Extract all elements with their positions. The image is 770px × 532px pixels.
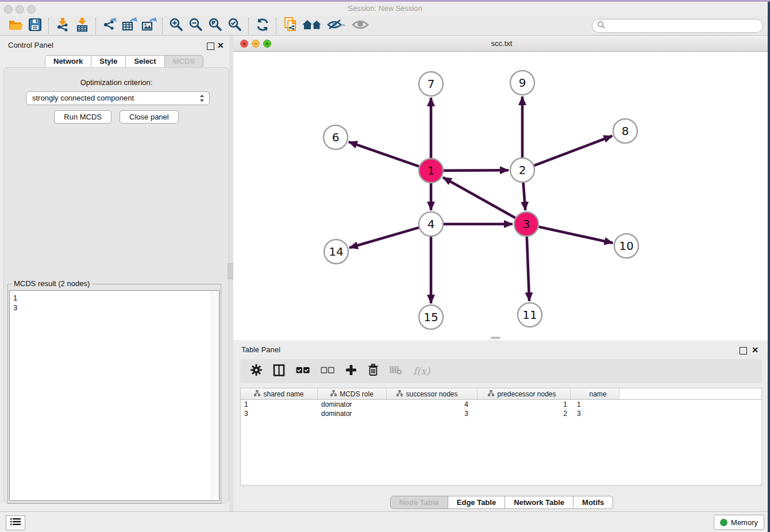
table-cell[interactable]: dominator bbox=[318, 409, 387, 418]
graph-node-9[interactable]: 9 bbox=[510, 71, 534, 95]
close-panel-button[interactable]: Close panel bbox=[120, 110, 179, 124]
table-row[interactable]: 1dominator411 bbox=[241, 400, 761, 409]
zoom-selected-button[interactable] bbox=[225, 17, 245, 34]
task-history-button[interactable] bbox=[6, 515, 25, 530]
table-cell[interactable]: 3 bbox=[387, 409, 478, 418]
check-all-icon bbox=[296, 366, 310, 376]
graph-node-2[interactable]: 2 bbox=[510, 158, 534, 182]
graph-node-6[interactable]: 6 bbox=[324, 125, 348, 149]
close-table-panel-icon[interactable]: ✕ bbox=[752, 345, 759, 354]
save-session-button[interactable] bbox=[25, 17, 45, 34]
search-input[interactable] bbox=[605, 21, 763, 30]
float-panel-icon[interactable] bbox=[207, 43, 214, 50]
graph-node-11[interactable]: 11 bbox=[518, 303, 542, 327]
graph-node-3[interactable]: 3 bbox=[514, 212, 538, 236]
toolbar-separator bbox=[95, 18, 97, 34]
criterion-select[interactable]: strongly connected component bbox=[26, 91, 210, 105]
graph-node-10[interactable]: 10 bbox=[614, 234, 638, 258]
function-builder-button[interactable]: f(x) bbox=[413, 365, 430, 377]
float-table-panel-icon[interactable] bbox=[740, 347, 747, 354]
apply-layout-button[interactable] bbox=[253, 17, 272, 34]
graph-node-4[interactable]: 4 bbox=[419, 212, 443, 236]
toolbar-separator bbox=[48, 18, 49, 34]
hide-details-button[interactable] bbox=[324, 17, 348, 34]
show-details-button[interactable] bbox=[348, 17, 372, 34]
graph-node-label: 2 bbox=[519, 163, 526, 177]
table-cell[interactable]: 4 bbox=[387, 400, 478, 409]
export-network-icon bbox=[102, 17, 117, 34]
column-header-label: MCDS role bbox=[340, 390, 374, 398]
export-image-button[interactable] bbox=[139, 17, 159, 34]
export-table-button[interactable] bbox=[120, 17, 139, 34]
canvas-hscrollbar[interactable] bbox=[491, 337, 500, 339]
table-cell[interactable]: 2 bbox=[478, 409, 571, 418]
application-window: Session: New Session bbox=[0, 0, 770, 532]
search-box[interactable] bbox=[592, 19, 763, 33]
open-session-button[interactable] bbox=[6, 17, 25, 34]
tab-network-table[interactable]: Network Table bbox=[505, 496, 573, 509]
memory-button[interactable]: Memory bbox=[714, 515, 764, 530]
network-window-titlebar[interactable]: × − + scc.txt bbox=[233, 36, 770, 52]
eye-icon bbox=[351, 19, 369, 33]
toolbar-separator bbox=[248, 18, 249, 34]
table-cell[interactable]: dominator bbox=[318, 400, 387, 409]
panel-splitter[interactable] bbox=[229, 36, 233, 511]
table-panel: Table Panel ✕ bbox=[233, 340, 770, 511]
export-network-button[interactable] bbox=[100, 17, 120, 34]
mcds-result-scrollbar[interactable] bbox=[211, 291, 219, 500]
tab-node-table[interactable]: Node Table bbox=[390, 496, 448, 509]
home-button[interactable] bbox=[300, 17, 324, 34]
tab-network[interactable]: Network bbox=[45, 55, 91, 68]
column-header-shared-name[interactable]: shared name bbox=[241, 388, 318, 399]
column-header-name[interactable]: name bbox=[571, 388, 619, 399]
graph-edge-1-2[interactable] bbox=[444, 170, 509, 171]
graph-node-label: 15 bbox=[424, 310, 438, 324]
table-cell[interactable]: 1 bbox=[571, 400, 619, 409]
create-column-button[interactable] bbox=[345, 364, 357, 378]
select-spinner-icon bbox=[199, 94, 205, 107]
graph-edge-3-10[interactable] bbox=[539, 227, 613, 243]
run-mcds-button[interactable]: Run MCDS bbox=[54, 110, 111, 124]
column-header-successor-nodes[interactable]: successor nodes bbox=[387, 388, 478, 399]
import-network-icon bbox=[55, 17, 70, 34]
tab-edge-table[interactable]: Edge Table bbox=[448, 496, 505, 509]
show-column-button[interactable] bbox=[273, 364, 285, 379]
network-from-selection-button[interactable] bbox=[280, 17, 300, 34]
zoom-fit-button[interactable] bbox=[206, 17, 225, 34]
deselect-all-rows-button[interactable] bbox=[321, 366, 334, 376]
graph-edge-4-14[interactable] bbox=[349, 228, 419, 248]
column-header-mcds-role[interactable]: MCDS role bbox=[318, 388, 387, 399]
table-cell[interactable]: 1 bbox=[478, 400, 571, 409]
column-header-predecessor-nodes[interactable]: predecessor nodes bbox=[478, 388, 571, 399]
graph-edge-2-8[interactable] bbox=[534, 136, 613, 166]
graph-node-1[interactable]: 1 bbox=[419, 159, 443, 183]
table-row[interactable]: 3dominator323 bbox=[241, 409, 761, 418]
table-cell[interactable]: 1 bbox=[241, 400, 318, 409]
tab-select[interactable]: Select bbox=[126, 55, 164, 68]
tab-motifs[interactable]: Motifs bbox=[573, 496, 613, 509]
import-network-button[interactable] bbox=[53, 17, 72, 34]
table-cell[interactable]: 3 bbox=[571, 409, 619, 418]
graph-edge-1-6[interactable] bbox=[349, 142, 419, 167]
graph-node-15[interactable]: 15 bbox=[419, 305, 443, 329]
graph-node-label: 7 bbox=[428, 77, 435, 91]
graph-node-8[interactable]: 8 bbox=[613, 119, 637, 143]
import-table-button[interactable] bbox=[72, 17, 92, 34]
tab-mcds[interactable]: MCDS bbox=[165, 55, 203, 68]
graph-edge-3-11[interactable] bbox=[527, 237, 529, 301]
graph-edge-2-3[interactable] bbox=[523, 183, 526, 210]
mcds-result-textarea[interactable]: 13 bbox=[9, 290, 220, 501]
delete-table-button[interactable] bbox=[390, 366, 402, 377]
tab-style[interactable]: Style bbox=[91, 55, 126, 68]
select-all-rows-button[interactable] bbox=[296, 366, 310, 376]
zoom-out-button[interactable] bbox=[186, 17, 206, 34]
graph-node-14[interactable]: 14 bbox=[324, 240, 348, 264]
zoom-in-button[interactable] bbox=[167, 17, 186, 34]
network-canvas[interactable]: 7968124314101511 bbox=[233, 52, 770, 340]
table-settings-button[interactable] bbox=[251, 364, 262, 378]
close-panel-icon[interactable]: ✕ bbox=[217, 41, 224, 50]
delete-column-button[interactable] bbox=[368, 364, 379, 379]
graph-node-7[interactable]: 7 bbox=[419, 72, 443, 96]
graph-edge-3-1[interactable] bbox=[443, 178, 515, 218]
table-cell[interactable]: 3 bbox=[241, 409, 318, 418]
